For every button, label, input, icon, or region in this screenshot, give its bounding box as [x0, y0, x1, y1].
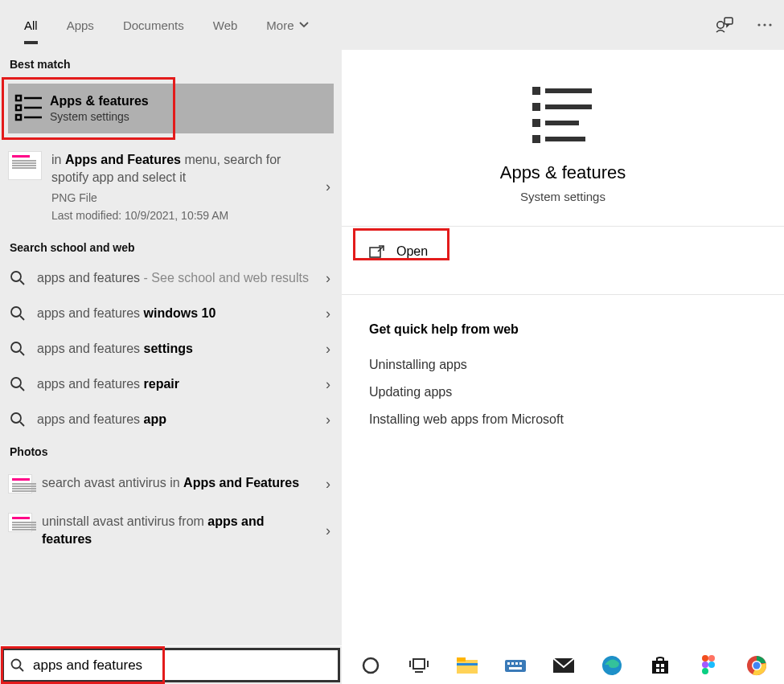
svg-point-54 [702, 655, 708, 661]
file-explorer-icon[interactable] [456, 654, 478, 677]
svg-point-55 [708, 655, 715, 661]
photo-result-title: uninstall avast antivirus from apps and … [42, 513, 313, 548]
chevron-right-icon: › [326, 178, 330, 195]
file-result-title: in Apps and Features menu, search for sp… [51, 151, 313, 186]
figma-icon[interactable] [697, 654, 720, 677]
svg-rect-28 [545, 137, 585, 141]
help-link[interactable]: Uninstalling apps [342, 351, 784, 379]
photo-result-title: search avast antivirus in Apps and Featu… [42, 474, 299, 492]
svg-rect-40 [457, 663, 478, 666]
svg-line-20 [20, 422, 24, 426]
open-action[interactable]: Open [342, 231, 455, 272]
svg-point-0 [717, 22, 724, 28]
svg-point-15 [11, 342, 21, 352]
chevron-right-icon: › [326, 522, 330, 539]
svg-point-17 [11, 378, 21, 387]
photo-result[interactable]: search avast antivirus in Apps and Featu… [0, 465, 342, 503]
web-result-text: apps and features app [37, 411, 166, 428]
chevron-right-icon: › [326, 341, 330, 358]
file-type-label: PNG File [51, 191, 313, 204]
svg-rect-34 [413, 659, 425, 669]
svg-line-16 [20, 351, 24, 355]
svg-rect-46 [509, 667, 522, 670]
svg-line-14 [20, 316, 24, 320]
cortana-icon[interactable] [359, 654, 382, 677]
chevron-right-icon: › [326, 305, 330, 322]
svg-line-12 [20, 281, 24, 285]
edge-browser-icon[interactable] [601, 654, 623, 677]
best-match-title: Apps & features [50, 94, 149, 109]
search-icon [10, 305, 26, 322]
search-icon [10, 270, 26, 286]
tab-documents[interactable]: Documents [109, 7, 199, 43]
photo-thumbnail-icon [8, 513, 32, 532]
web-result[interactable]: apps and features - See school and web r… [0, 260, 342, 296]
chevron-right-icon: › [326, 376, 330, 393]
microsoft-store-icon[interactable] [649, 654, 671, 677]
help-link[interactable]: Updating apps [342, 379, 784, 406]
chevron-right-icon: › [326, 270, 330, 287]
help-link[interactable]: Installing web apps from Microsoft [342, 406, 784, 433]
apps-features-icon [14, 92, 43, 125]
web-result[interactable]: apps and features windows 10 › [0, 296, 342, 331]
mail-icon[interactable] [552, 654, 575, 677]
svg-rect-29 [370, 248, 380, 257]
svg-point-58 [702, 668, 708, 674]
svg-line-18 [20, 387, 24, 391]
svg-point-4 [769, 23, 771, 26]
web-result-text: apps and features - See school and web r… [37, 269, 309, 287]
svg-rect-45 [519, 662, 522, 665]
svg-rect-25 [532, 119, 540, 127]
divider [342, 226, 784, 227]
onscreen-keyboard-icon[interactable] [504, 654, 527, 677]
section-photos-label: Photos [0, 437, 342, 465]
web-result-text: apps and features windows 10 [37, 305, 215, 322]
preview-subtitle: System settings [342, 190, 784, 203]
svg-rect-22 [545, 88, 592, 93]
task-view-icon[interactable] [408, 654, 430, 677]
help-heading: Get quick help from web [342, 295, 784, 351]
svg-rect-26 [545, 121, 579, 125]
tab-apps[interactable]: Apps [52, 7, 109, 43]
svg-rect-49 [652, 661, 668, 674]
svg-rect-39 [457, 657, 466, 661]
chevron-right-icon: › [326, 476, 330, 493]
svg-point-61 [753, 661, 761, 669]
file-result[interactable]: in Apps and Features menu, search for sp… [0, 140, 342, 233]
svg-rect-43 [511, 662, 514, 665]
svg-rect-24 [545, 104, 592, 109]
web-result[interactable]: apps and features repair › [0, 367, 342, 402]
svg-rect-9 [16, 115, 21, 120]
more-options-icon[interactable] [757, 23, 773, 27]
photo-thumbnail-icon [8, 474, 32, 494]
svg-rect-52 [656, 669, 659, 672]
svg-line-32 [20, 667, 24, 671]
web-result[interactable]: apps and features settings › [0, 331, 342, 367]
search-icon [10, 658, 25, 673]
file-modified-label: Last modified: 10/9/2021, 10:59 AM [51, 209, 313, 222]
svg-point-57 [708, 661, 715, 668]
svg-rect-41 [505, 660, 526, 672]
svg-point-11 [11, 272, 21, 281]
open-label: Open [396, 244, 428, 259]
svg-point-2 [757, 23, 760, 26]
best-match-result[interactable]: Apps & features System settings [0, 77, 342, 140]
svg-rect-21 [532, 87, 540, 95]
feedback-icon[interactable] [715, 16, 734, 34]
photo-result[interactable]: uninstall avast antivirus from apps and … [0, 503, 342, 558]
open-external-icon [369, 244, 385, 259]
svg-point-33 [363, 658, 378, 673]
svg-rect-23 [532, 103, 540, 111]
taskbar-search-input[interactable] [33, 657, 331, 674]
tab-all[interactable]: All [10, 7, 52, 43]
search-icon [10, 341, 26, 357]
tab-more-label: More [266, 18, 293, 32]
tab-more[interactable]: More [252, 7, 322, 43]
svg-rect-1 [724, 18, 733, 24]
svg-point-31 [12, 659, 21, 668]
taskbar-search-box[interactable] [2, 648, 340, 682]
chrome-icon[interactable] [745, 654, 768, 677]
svg-rect-51 [661, 664, 664, 667]
tab-web[interactable]: Web [199, 7, 252, 43]
web-result[interactable]: apps and features app › [0, 402, 342, 437]
